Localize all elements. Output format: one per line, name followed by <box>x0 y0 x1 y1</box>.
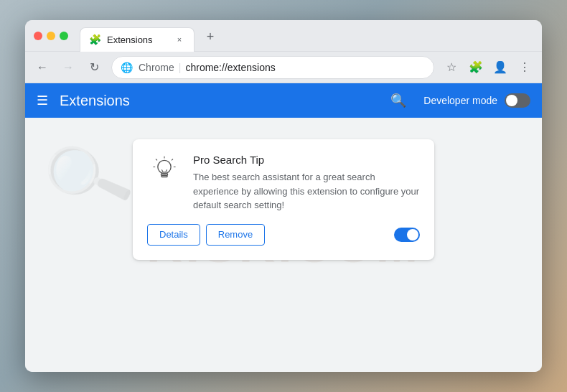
nav-right: ☆ 🧩 👤 ⋮ <box>440 56 536 79</box>
card-top: Pro Search Tip The best search assistant… <box>147 154 420 213</box>
maximize-traffic-light[interactable] <box>60 32 68 40</box>
account-button[interactable]: 👤 <box>489 56 512 79</box>
developer-mode-section: Developer mode <box>423 93 530 108</box>
svg-point-0 <box>158 160 171 173</box>
extension-enabled-toggle[interactable] <box>394 228 420 242</box>
active-tab[interactable]: 🧩 Extensions × <box>80 27 195 52</box>
forward-button[interactable]: → <box>57 56 80 79</box>
address-url: chrome://extensions <box>185 62 275 73</box>
developer-mode-label: Developer mode <box>423 95 497 106</box>
address-bar[interactable]: 🌐 Chrome | chrome://extensions <box>111 56 434 79</box>
extensions-page-title: Extensions <box>60 93 379 109</box>
address-text: Chrome | chrome://extensions <box>139 62 276 73</box>
toggle-on-knob <box>407 229 418 241</box>
extension-card: Pro Search Tip The best search assistant… <box>133 139 434 260</box>
bookmark-button[interactable]: ☆ <box>440 56 463 79</box>
details-button[interactable]: Details <box>147 224 200 246</box>
address-favicon-icon: 🌐 <box>121 62 133 73</box>
hamburger-icon[interactable]: ☰ <box>37 93 48 108</box>
tab-favicon-icon: 🧩 <box>89 34 101 45</box>
browser-window: 🧩 Extensions × + ← → ↻ 🌐 Chrome | chrome… <box>25 20 542 372</box>
chrome-label: Chrome <box>139 62 174 73</box>
close-traffic-light[interactable] <box>34 32 42 40</box>
svg-line-2 <box>166 169 167 172</box>
watermark-magnifier: 🔍 <box>36 128 137 226</box>
back-button[interactable]: ← <box>31 56 54 79</box>
title-bar: 🧩 Extensions × + <box>25 20 542 52</box>
new-tab-button[interactable]: + <box>200 27 220 47</box>
developer-mode-toggle[interactable] <box>505 93 530 108</box>
remove-button[interactable]: Remove <box>206 224 265 246</box>
tab-title: Extensions <box>107 34 168 45</box>
svg-line-8 <box>172 159 173 161</box>
extension-icon <box>147 154 182 188</box>
traffic-lights <box>34 32 68 40</box>
address-divider: | <box>179 62 182 73</box>
extensions-header: ☰ Extensions 🔍 Developer mode <box>25 83 542 118</box>
main-content: 🔍 RISK.COM <box>25 118 542 372</box>
card-actions: Details Remove <box>147 224 420 246</box>
search-icon[interactable]: 🔍 <box>390 93 406 108</box>
extension-description: The best search assistant for a great se… <box>193 170 420 213</box>
svg-line-7 <box>156 159 157 161</box>
extension-button[interactable]: 🧩 <box>464 56 487 79</box>
extension-info: Pro Search Tip The best search assistant… <box>193 154 420 213</box>
extension-name: Pro Search Tip <box>193 154 420 166</box>
minimize-traffic-light[interactable] <box>47 32 55 40</box>
nav-bar: ← → ↻ 🌐 Chrome | chrome://extensions ☆ 🧩… <box>25 52 542 83</box>
refresh-button[interactable]: ↻ <box>83 56 106 79</box>
menu-button[interactable]: ⋮ <box>513 56 536 79</box>
tab-close-icon[interactable]: × <box>174 34 185 45</box>
toggle-knob <box>506 95 517 106</box>
svg-line-1 <box>161 169 163 172</box>
